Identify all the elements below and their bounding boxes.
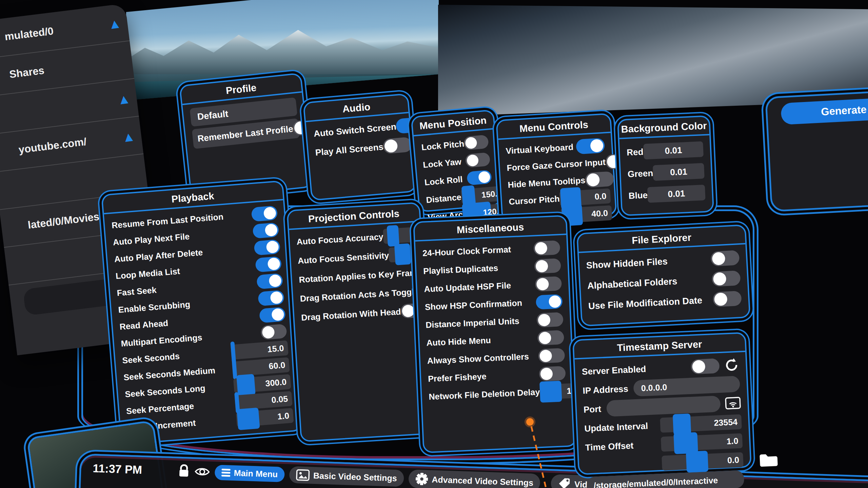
slider-handle[interactable] — [539, 381, 562, 403]
panel-playback: Playback Resume From Last Position Auto … — [101, 180, 303, 445]
setting-label: Virtual Keyboard — [506, 142, 576, 156]
slider-value: 40.0 — [591, 208, 608, 219]
basic-video-settings-button[interactable]: Basic Video Settings — [289, 466, 404, 487]
slider-handle[interactable] — [686, 451, 709, 473]
extra-offset-slider[interactable]: 0.0 — [662, 452, 744, 470]
eye-icon[interactable] — [194, 466, 210, 477]
setting-label — [586, 463, 662, 467]
auto-update-hsp-toggle[interactable] — [535, 276, 562, 291]
speed-increment-slider[interactable]: 1.0 — [236, 408, 294, 427]
slider-handle[interactable] — [673, 413, 691, 435]
port-input[interactable] — [606, 395, 721, 417]
setting-label: IP Address — [583, 383, 629, 396]
setting-label: Auto Hide Menu — [426, 333, 538, 348]
setting-label: Network File Deletion Delay — [429, 387, 540, 402]
clock-format-toggle[interactable] — [533, 240, 560, 256]
green-value-input[interactable]: 0.01 — [653, 163, 705, 181]
slider-handle[interactable] — [674, 432, 698, 454]
virtual-keyboard-toggle[interactable] — [576, 138, 605, 154]
main-menu-button[interactable]: Main Menu — [214, 465, 285, 482]
lock-yaw-toggle[interactable] — [465, 152, 490, 168]
blue-value-input[interactable]: 0.01 — [647, 185, 706, 203]
setting-label: Green — [627, 168, 653, 179]
red-value-input[interactable]: 0.01 — [643, 141, 704, 160]
show-hidden-files-toggle[interactable] — [710, 250, 739, 266]
slider-value: 150.0 — [481, 188, 502, 200]
toggle-row: Lock Yaw — [422, 151, 491, 172]
folder-icon[interactable] — [758, 452, 779, 468]
update-interval-slider[interactable]: 23554 — [660, 414, 742, 432]
seek-seconds-long-slider[interactable]: 300.0 — [233, 374, 291, 393]
hide-menu-tooltips-toggle[interactable] — [585, 171, 614, 188]
distance-imperial-toggle[interactable] — [536, 312, 564, 327]
setting-label: Cursor Pitch — [509, 194, 560, 207]
fast-seek-toggle[interactable] — [256, 273, 283, 289]
slider-value: 60.0 — [268, 360, 285, 371]
enable-scrubbing-toggle[interactable] — [258, 290, 284, 306]
seek-seconds-slider[interactable]: 15.0 — [231, 340, 289, 360]
generate-catalog-button[interactable]: Generate Cat — [781, 92, 868, 125]
scroll-speed-slider[interactable]: 40.0 — [561, 205, 612, 223]
setting-label: Play All Screens — [315, 141, 384, 158]
prefer-fisheye-toggle[interactable] — [539, 366, 566, 381]
always-show-controllers-toggle[interactable] — [538, 348, 565, 363]
setting-label: Lock Yaw — [422, 156, 466, 170]
panel-timestamp-server: Timestamp Server Server Enabled IP Addre… — [572, 332, 752, 475]
playlist-duplicates-toggle[interactable] — [534, 258, 561, 273]
alphabetical-folders-toggle[interactable] — [712, 270, 741, 287]
play-all-screens-toggle[interactable] — [383, 137, 413, 154]
up-triangle-icon[interactable]: ▲ — [110, 17, 119, 30]
setting-label: Auto Switch Screen — [313, 121, 397, 139]
resume-last-position-toggle[interactable] — [251, 205, 278, 222]
auto-play-next-file-toggle[interactable] — [252, 222, 279, 239]
setting-label: Use File Modification Date — [588, 294, 713, 311]
slider-handle[interactable] — [387, 225, 399, 247]
file-modification-date-toggle[interactable] — [713, 291, 742, 307]
hamburger-icon — [221, 468, 231, 476]
panel-menu-position: Menu Position Lock Pitch Lock Yaw Lock R… — [411, 109, 502, 212]
lock-roll-toggle[interactable] — [467, 170, 492, 185]
panel-projection-controls: Projection Controls Auto Focus Accuracy … — [287, 202, 434, 442]
panel-profile: Profile Default Remember Last Profile — [179, 73, 313, 200]
field-row: Red 0.01 — [626, 140, 704, 162]
time-offset-slider[interactable]: 1.0 — [661, 433, 743, 451]
setting-label: Show HSP Confirmation — [425, 297, 536, 312]
setting-label: Prefer Fisheye — [428, 369, 539, 384]
multipart-encodings-toggle[interactable] — [260, 324, 287, 340]
up-triangle-icon[interactable]: ▲ — [124, 130, 133, 143]
refresh-icon[interactable] — [724, 358, 739, 373]
read-ahead-toggle[interactable] — [259, 307, 286, 323]
show-hsp-confirmation-toggle[interactable] — [536, 294, 563, 309]
ip-address-input[interactable]: 0.0.0.0 — [633, 376, 740, 397]
slider-handle[interactable] — [236, 374, 256, 396]
slider-handle[interactable] — [237, 407, 260, 430]
setting-label: Drag Rotation With Head — [301, 307, 401, 323]
lock-pitch-toggle[interactable] — [463, 135, 489, 150]
cast-icon[interactable] — [725, 397, 741, 410]
setting-label: Remember Last Profile — [197, 123, 294, 144]
server-enabled-toggle[interactable] — [691, 358, 720, 374]
slider-row: Network File Deletion Delay 15.0 — [429, 383, 567, 405]
slider-handle[interactable] — [394, 243, 411, 265]
sidebar-item-label: youtube.com/ — [18, 136, 87, 156]
loop-media-list-toggle[interactable] — [255, 256, 282, 272]
toggle-row: Lock Pitch — [421, 134, 489, 155]
right-window-fragment: Generate Cat — [765, 88, 868, 212]
setting-label: Force Gaze Cursor Input — [507, 157, 606, 173]
toggle-row: Lock Roll — [424, 169, 492, 190]
auto-play-after-delete-toggle[interactable] — [254, 239, 280, 256]
setting-label: Always Show Controllers — [427, 351, 538, 366]
basic-video-settings-label: Basic Video Settings — [313, 470, 397, 483]
up-triangle-icon[interactable]: ▲ — [119, 93, 129, 105]
cursor-pitch-slider[interactable]: 0.0 — [559, 188, 611, 206]
setting-label: 24-Hour Clock Format — [422, 244, 534, 258]
slider-value: 23554 — [714, 417, 738, 428]
tag-icon — [557, 477, 571, 488]
seek-seconds-medium-slider[interactable]: 60.0 — [232, 357, 290, 377]
setting-label: Alphabetical Folders — [587, 274, 712, 291]
sidebar-item-label: Shares — [9, 64, 45, 81]
advanced-video-settings-button[interactable]: Advanced Video Settings — [408, 469, 540, 488]
auto-hide-menu-toggle[interactable] — [537, 330, 564, 345]
setting-label: Time Offset — [585, 439, 661, 453]
lock-icon[interactable] — [178, 464, 190, 478]
